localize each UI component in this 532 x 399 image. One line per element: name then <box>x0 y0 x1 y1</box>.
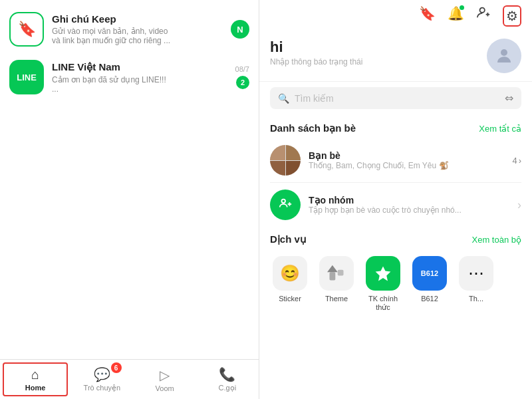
line-logo-text: LINE <box>17 72 37 82</box>
left-panel: 🔖 Ghi chú Keep Gửi vào mọi văn bản, ảnh,… <box>0 0 259 399</box>
create-group-name: Tạo nhóm <box>309 195 517 205</box>
services-section-title: Dịch vụ <box>270 233 307 245</box>
right-content: Danh sách bạn bè Xem tất cả Bạn bè Thống… <box>259 114 532 399</box>
svg-point-4 <box>282 199 286 203</box>
nav-label-voom: Voom <box>156 384 174 392</box>
svg-marker-10 <box>376 267 391 281</box>
nav-label-home: Home <box>25 384 46 392</box>
sticker-label: Sticker <box>279 295 301 303</box>
svg-point-0 <box>480 8 485 13</box>
friends-name: Bạn bè <box>309 150 512 161</box>
bookmark-icon[interactable]: 🔖 <box>419 5 436 27</box>
chat-item-line-vn[interactable]: LINE LINE Việt Nam Cảm ơn bạn đã sử dụng… <box>0 53 259 101</box>
friends-section-title: Danh sách bạn bè <box>270 122 356 134</box>
create-group-chevron-icon: › <box>517 198 521 212</box>
chat-name-keep: Ghi chú Keep <box>52 13 225 25</box>
right-header: hi Nhập thông báo trạng thái <box>259 29 532 82</box>
service-tk-chinh-thuc[interactable]: TK chínhthức <box>363 256 403 312</box>
chat-meta-keep: N <box>231 20 249 39</box>
b612-icon: B612 <box>412 256 447 291</box>
nav-label-chats: Trò chuyện <box>84 384 121 392</box>
calls-icon: 📞 <box>219 366 235 382</box>
friends-chevron-icon: › <box>519 156 521 166</box>
friends-section-link[interactable]: Xem tất cả <box>479 124 521 134</box>
service-sticker[interactable]: 😊 Sticker <box>270 256 310 312</box>
chats-icon: 💬 <box>94 366 110 382</box>
svg-rect-7 <box>330 272 336 280</box>
chat-preview-keep: Gửi vào mọi văn bản, ảnh, videovà link b… <box>52 27 225 45</box>
create-group-icon <box>278 196 293 214</box>
chat-name-line-vn: LINE Việt Nam <box>52 61 230 73</box>
mini-avatar-4 <box>286 161 301 176</box>
keep-avatar: 🔖 <box>9 12 44 47</box>
search-icon: 🔍 <box>278 93 289 104</box>
b612-label: B612 <box>421 295 438 303</box>
chat-badge-line-vn: 2 <box>236 76 249 89</box>
friends-multi-avatar <box>270 145 301 176</box>
sticker-icon: 😊 <box>273 256 307 291</box>
mini-avatar-3 <box>270 161 285 176</box>
services-section-header: Dịch vụ Xem toàn bộ <box>270 225 521 251</box>
settings-icon[interactable]: ⚙ <box>503 5 521 27</box>
voom-icon: ▷ <box>160 367 170 383</box>
create-group-avatar <box>270 190 301 220</box>
search-bar[interactable]: 🔍 Tìm kiếm ⇔ <box>270 87 521 109</box>
mini-avatar-1 <box>270 145 285 160</box>
chat-preview-line-vn: Cảm ơn bạn đã sử dụng LINE!!!... <box>52 75 230 94</box>
b612-text: B612 <box>421 269 438 277</box>
svg-marker-8 <box>327 265 338 273</box>
top-icons-row: 🔖 🔔 ⚙ <box>259 0 532 29</box>
tk-chinh-thuc-icon <box>366 256 400 291</box>
line-avatar: LINE <box>9 60 44 94</box>
status-text: Nhập thông báo trạng thái <box>270 57 487 66</box>
nav-item-chats[interactable]: 6 💬 Trò chuyện <box>70 360 133 399</box>
nav-item-voom[interactable]: ▷ Voom <box>134 360 196 399</box>
more-service-icon: ⋯ <box>459 256 493 291</box>
nav-label-calls: C.gọi <box>219 384 237 392</box>
svg-point-3 <box>501 49 507 56</box>
avatar-icon <box>494 46 514 66</box>
chat-info-line-vn: LINE Việt Nam Cảm ơn bạn đã sử dụng LINE… <box>52 61 230 94</box>
svg-rect-9 <box>338 270 344 276</box>
chat-nav-badge: 6 <box>111 362 122 373</box>
chat-item-keep[interactable]: 🔖 Ghi chú Keep Gửi vào mọi văn bản, ảnh,… <box>0 5 259 53</box>
chat-time-line-vn: 08/7 <box>235 65 249 73</box>
divider-1 <box>270 182 521 183</box>
friends-list-item[interactable]: Bạn bè Thống, Bam, Chọng Chuối, Em Yêu 🐒… <box>270 140 521 181</box>
more-label: Th... <box>469 295 483 303</box>
keep-icon: 🔖 <box>18 21 36 38</box>
home-icon: ⌂ <box>31 367 39 382</box>
search-placeholder: Tìm kiếm <box>295 93 499 104</box>
tk-chinh-thuc-label: TK chínhthức <box>368 295 398 312</box>
chat-list: 🔖 Ghi chú Keep Gửi vào mọi văn bản, ảnh,… <box>0 0 259 359</box>
nav-item-calls[interactable]: 📞 C.gọi <box>196 360 259 399</box>
username: hi <box>270 39 487 56</box>
friends-list-avatar <box>270 145 301 176</box>
service-b612[interactable]: B612 B612 <box>410 256 450 312</box>
right-header-top: hi Nhập thông báo trạng thái <box>270 39 521 73</box>
right-panel: 🔖 🔔 ⚙ hi Nhập thông báo trạng thái <box>259 0 532 399</box>
friends-info: Bạn bè Thống, Bam, Chọng Chuối, Em Yêu 🐒 <box>309 150 512 170</box>
user-avatar[interactable] <box>487 39 521 73</box>
add-friend-icon[interactable] <box>476 5 491 27</box>
friends-section-header: Danh sách bạn bè Xem tất cả <box>270 114 521 140</box>
search-expand-icon[interactable]: ⇔ <box>505 92 513 104</box>
friends-count-number: 4 <box>512 156 517 166</box>
create-group-info: Tạo nhóm Tập hợp bạn bè vào cuộc trò chu… <box>309 195 517 215</box>
services-section-link[interactable]: Xem toàn bộ <box>472 235 522 245</box>
mini-avatar-2 <box>286 145 301 160</box>
theme-label: Theme <box>325 295 348 303</box>
theme-icon <box>319 256 354 291</box>
keep-new-badge: N <box>231 20 249 39</box>
nav-item-home[interactable]: ⌂ Home <box>3 362 68 396</box>
friends-sub: Thống, Bam, Chọng Chuối, Em Yêu 🐒 <box>309 161 512 170</box>
services-row: 😊 Sticker Theme <box>270 251 521 317</box>
bottom-nav: ⌂ Home 6 💬 Trò chuyện ▷ Voom 📞 C.gọi <box>0 359 259 399</box>
service-theme[interactable]: Theme <box>317 256 356 312</box>
create-group-sub: Tập hợp bạn bè vào cuộc trò chuyện nhó..… <box>309 205 517 215</box>
create-group-item[interactable]: Tạo nhóm Tập hợp bạn bè vào cuộc trò chu… <box>270 184 521 225</box>
user-info: hi Nhập thông báo trạng thái <box>270 39 487 66</box>
notification-icon[interactable]: 🔔 <box>448 5 464 27</box>
chat-info-keep: Ghi chú Keep Gửi vào mọi văn bản, ảnh, v… <box>52 13 225 45</box>
service-more[interactable]: ⋯ Th... <box>456 256 496 312</box>
